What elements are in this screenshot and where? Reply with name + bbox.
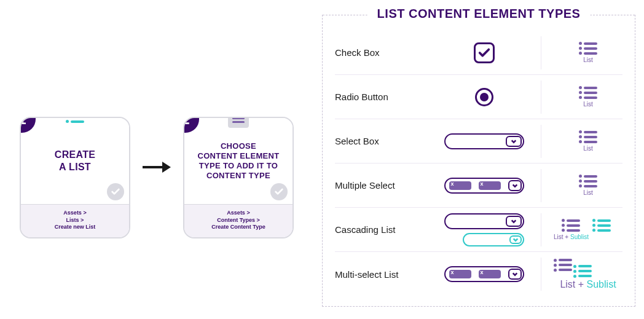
type-row-multiselect-list: Multi-select List List + Sublist <box>335 252 622 296</box>
types-panel: LIST CONTENT ELEMENT TYPES Check Box Lis… <box>322 15 635 307</box>
type-label: Multiple Select <box>335 180 427 191</box>
checkbox-icon <box>439 42 528 63</box>
type-row-cascading: Cascading List List + Sublist <box>335 208 622 252</box>
document-list-icon <box>228 117 249 128</box>
list-caption: List <box>583 145 593 152</box>
uses-list: List <box>554 130 622 152</box>
step-breadcrumb: Assets > Lists > Create new List <box>21 204 129 237</box>
divider <box>541 213 541 246</box>
divider <box>541 81 541 114</box>
type-label: Radio Button <box>335 92 427 102</box>
step-breadcrumb: Assets > Content Types > Create Content … <box>184 204 293 237</box>
step-body: CREATE A LIST <box>21 118 129 204</box>
multiselect-list-icon <box>439 266 528 282</box>
plus: + <box>564 234 570 240</box>
uses-list: List <box>554 42 622 63</box>
types-panel-title: LIST CONTENT ELEMENT TYPES <box>367 7 591 21</box>
cascading-icon <box>439 213 528 246</box>
list-caption: List <box>554 234 564 240</box>
divider <box>541 169 541 202</box>
uses-list: List <box>554 175 622 196</box>
uses-list: List <box>554 86 622 108</box>
type-label: Select Box <box>335 136 427 146</box>
list-icon <box>579 130 597 143</box>
type-label: Cascading List <box>335 224 427 235</box>
list-caption: List <box>583 57 593 63</box>
multiselect-icon <box>439 178 528 194</box>
list-icon <box>579 175 597 187</box>
step-title: CREATE A LIST <box>55 149 95 173</box>
step-card-2: 2 CHOOSE CONTENT ELEMENT TYPE TO ADD IT … <box>183 117 294 238</box>
step-card-1: 1 CREATE A LIST Assets > Lists > Create … <box>20 117 130 238</box>
list-caption: List <box>560 279 575 289</box>
type-row-multiselect: Multiple Select List <box>335 163 622 208</box>
type-row-select: Select Box List <box>335 119 622 163</box>
step-body: CHOOSE CONTENT ELEMENT TYPE TO ADD IT TO… <box>184 118 293 204</box>
check-icon <box>270 183 288 200</box>
list-caption: List <box>583 189 593 196</box>
plus: + <box>575 279 586 289</box>
type-row-checkbox: Check Box List <box>335 31 622 75</box>
uses-list-sublist: List + Sublist <box>554 219 622 240</box>
list-icon <box>562 219 580 232</box>
sublist-caption: Sublist <box>587 279 616 289</box>
list-icon <box>66 117 84 123</box>
sublist-icon <box>592 219 611 232</box>
type-label: Check Box <box>335 47 427 58</box>
check-icon <box>107 183 124 200</box>
type-label: Multi-select List <box>335 269 427 280</box>
divider <box>541 36 541 69</box>
list-caption: List <box>583 101 593 108</box>
selectbox-icon <box>439 133 528 149</box>
sublist-icon <box>573 265 592 278</box>
type-row-radio: Radio Button List <box>335 75 622 119</box>
step-title: CHOOSE CONTENT ELEMENT TYPE TO ADD IT TO… <box>197 141 279 181</box>
list-icon <box>579 86 597 99</box>
arrow-icon <box>141 160 172 177</box>
divider <box>541 125 541 158</box>
list-icon <box>554 259 572 272</box>
sublist-caption: Sublist <box>570 234 589 240</box>
radio-icon <box>439 88 528 106</box>
list-icon <box>579 42 597 55</box>
divider <box>541 258 541 291</box>
uses-list-sublist: List + Sublist <box>554 259 622 290</box>
